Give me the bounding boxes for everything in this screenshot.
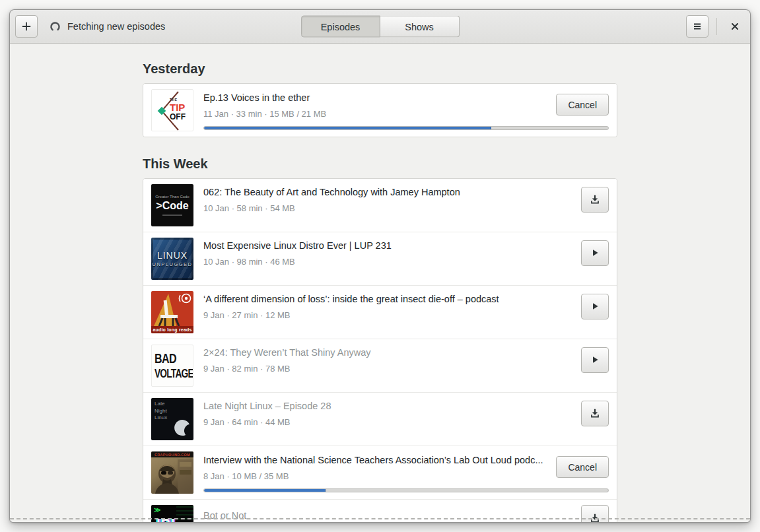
cover-text: Late [155,401,167,408]
close-icon [730,22,740,31]
episodes-scroll-area[interactable]: Yesterday THE TIP OFF [10,44,750,522]
episode-row: Late Night Linux Late Night Linux – Epis… [143,392,617,446]
play-icon [590,354,600,365]
play-icon [590,248,600,258]
podcast-cover-craphound: CRAPHOUND.COM [151,451,193,494]
cover-text: CRAPHOUND.COM [151,451,193,457]
tab-episodes[interactable]: Episodes [301,16,380,38]
podcast-cover-irl: ≫ IRL [151,505,193,522]
cover-text: Linux [155,415,167,422]
hamburger-menu-icon [692,21,703,32]
close-window-button[interactable] [725,17,745,36]
episode-title: Late Night Linux – Episode 28 [203,399,571,413]
download-progress-fill [204,127,491,129]
podcast-cover-audio-long-reads: audio long reads [151,291,193,333]
episode-row: LINUX UNPLUGGED Most Expensive Linux Dis… [143,232,617,285]
view-switcher: Episodes Shows [301,16,460,38]
episode-meta: 9 Jan · 64 min · 44 MB [203,417,571,427]
download-icon [590,408,600,418]
headerbar: Fetching new episodes Episodes Shows [10,10,750,44]
loading-spinner-icon [50,21,61,32]
app-window: Fetching new episodes Episodes Shows Yes… [9,9,751,523]
episode-title: ‘A different dimension of loss’: inside … [203,292,571,306]
podcast-cover-late-night-linux: Late Night Linux [151,398,193,440]
podcast-cover-the-tip-off: THE TIP OFF [151,89,193,131]
episode-title: 2×24: They Weren’t That Shiny Anyway [203,346,571,359]
play-button[interactable] [581,347,609,373]
download-progressbar [203,126,609,130]
play-icon [590,301,600,312]
cancel-download-button[interactable]: Cancel [556,94,609,116]
cover-text: UNPLUGGED [152,261,192,267]
tab-shows[interactable]: Shows [380,16,460,38]
episode-row: ≫ IRL Bot or Not [143,499,617,522]
cover-text: audio long reads [151,326,193,333]
episode-meta: 10 Jan · 98 min · 46 MB [203,257,571,267]
play-button[interactable] [581,294,609,319]
section-title-yesterday: Yesterday [143,61,617,77]
cover-text: TIP [170,102,186,112]
header-separator [716,18,717,35]
episode-meta: 10 Jan · 58 min · 54 MB [203,203,571,213]
download-button[interactable] [581,401,609,426]
episode-row: CRAPHOUND.COM Interview with the Nationa… [143,446,617,499]
plus-icon [21,21,32,32]
cover-text: Greater Than Code [155,195,190,199]
episode-meta: 8 Jan · 10 MB / 35 MB [203,471,546,481]
download-progress-fill [204,489,326,492]
cover-text: ≫ [154,506,160,514]
status-text: Fetching new episodes [67,21,165,32]
download-icon [590,513,600,523]
download-icon [590,194,600,205]
download-button[interactable] [581,187,609,213]
podcast-cover-linux-unplugged: LINUX UNPLUGGED [151,238,193,280]
cover-text: VOLTAGE [155,366,192,380]
cover-text: BAD [155,351,193,366]
download-progressbar [203,488,609,492]
episode-meta: 11 Jan · 33 min · 15 MB / 21 MB [203,109,546,119]
episode-title: Ep.13 Voices in the ether [203,91,546,104]
cover-text: OFF [170,113,186,121]
play-button[interactable] [581,240,609,266]
episode-row: THE TIP OFF Ep.13 Voices in the ether 11… [143,84,617,137]
download-button[interactable] [581,505,609,522]
crescent-moon-icon [174,419,191,439]
cover-text: IRL [156,515,180,522]
episode-card-this-week: Greater Than Code >Code 062: The Beauty … [143,178,617,522]
episode-title: Interview with the National Science Teac… [203,453,546,467]
episode-title: Most Expensive Linux Distro Ever | LUP 2… [203,239,571,252]
episode-title: Bot or Not [203,509,571,522]
cover-text: >Code [156,200,188,212]
episode-title: 062: The Beauty of Art and Technology wi… [203,185,571,199]
episode-meta: 9 Jan · 82 min · 78 MB [203,364,571,374]
podcast-cover-greater-than-code: Greater Than Code >Code [151,184,193,226]
episode-row: Greater Than Code >Code 062: The Beauty … [143,179,617,232]
episode-card-yesterday: THE TIP OFF Ep.13 Voices in the ether 11… [143,83,617,137]
cover-text: Night [155,408,167,415]
episode-meta: 9 Jan · 27 min · 12 MB [203,310,571,320]
cancel-download-button[interactable]: Cancel [556,456,609,478]
podcast-cover-bad-voltage: BAD VOLTAGE [151,345,193,387]
add-podcast-button[interactable] [15,15,38,38]
section-title-this-week: This Week [143,156,617,172]
episode-row: BAD VOLTAGE 2×24: They Weren’t That Shin… [143,339,617,392]
menu-button[interactable] [686,15,708,38]
cover-text: LINUX [157,250,188,261]
episode-row: audio long reads ‘A different dimension … [143,285,617,339]
